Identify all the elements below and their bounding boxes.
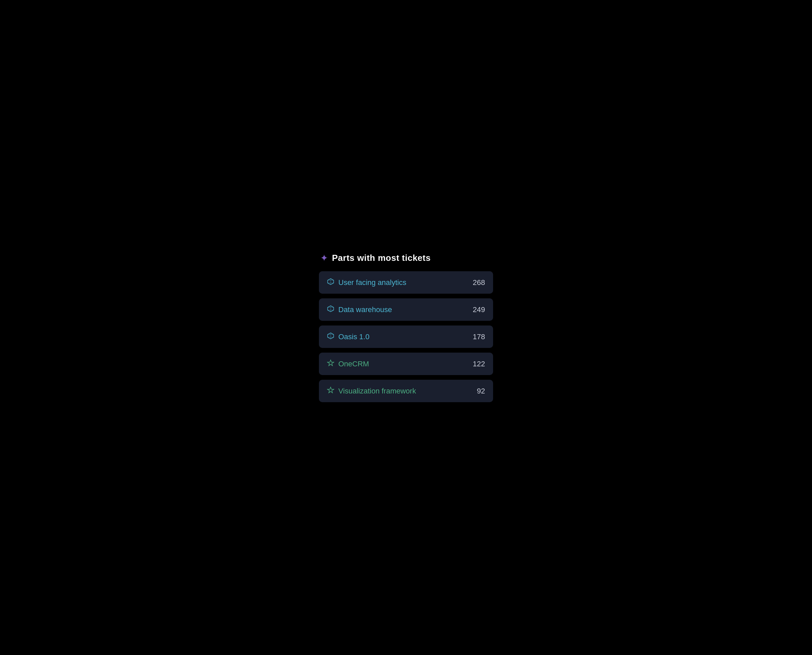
header-bolt-icon: ✦	[320, 254, 328, 263]
list-item-visualization-framework[interactable]: Visualization framework 92	[319, 380, 493, 402]
cube-icon-data-warehouse	[327, 305, 334, 314]
list-item-onecrm[interactable]: OneCRM 122	[319, 353, 493, 375]
item-name-onecrm: OneCRM	[338, 360, 465, 368]
item-count-oasis: 178	[473, 332, 485, 341]
widget-title: Parts with most tickets	[332, 253, 431, 263]
item-name-user-facing: User facing analytics	[338, 278, 465, 287]
list-item-user-facing-analytics[interactable]: User facing analytics 268	[319, 271, 493, 294]
star-icon-onecrm	[327, 359, 334, 368]
widget-container: ✦ Parts with most tickets User facing an…	[319, 253, 493, 402]
item-count-data-warehouse: 249	[473, 305, 485, 314]
star-icon-visualization	[327, 386, 334, 395]
cube-icon-oasis	[327, 332, 334, 341]
item-name-oasis: Oasis 1.0	[338, 332, 465, 341]
widget-header: ✦ Parts with most tickets	[319, 253, 493, 263]
item-name-visualization: Visualization framework	[338, 387, 469, 395]
item-name-data-warehouse: Data warehouse	[338, 305, 465, 314]
list-item-data-warehouse[interactable]: Data warehouse 249	[319, 298, 493, 321]
item-count-onecrm: 122	[473, 360, 485, 368]
cube-icon-user-facing	[327, 278, 334, 287]
list-item-oasis[interactable]: Oasis 1.0 178	[319, 326, 493, 348]
item-count-user-facing: 268	[473, 278, 485, 287]
item-count-visualization: 92	[477, 387, 485, 395]
items-list: User facing analytics 268 Data warehouse…	[319, 271, 493, 402]
